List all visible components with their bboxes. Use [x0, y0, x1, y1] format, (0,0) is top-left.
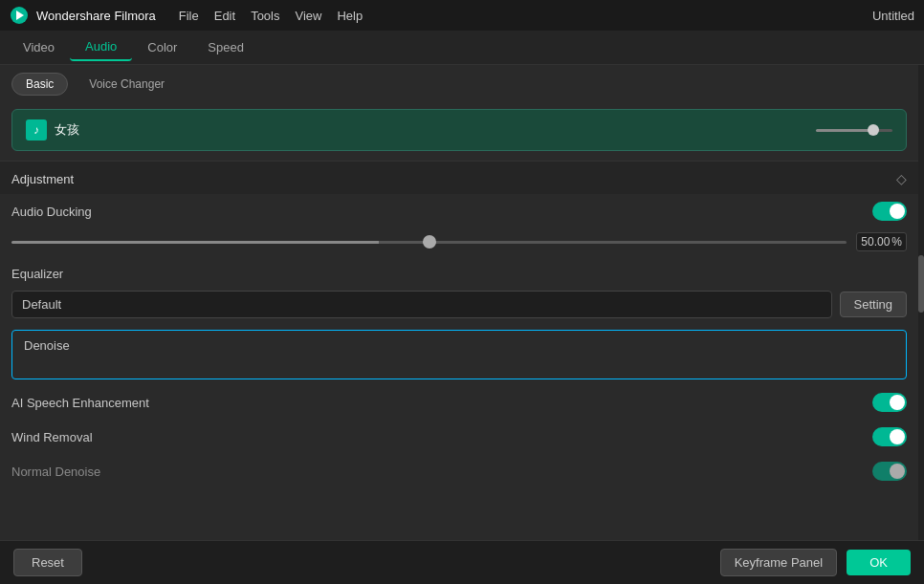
adjustment-title: Adjustment [11, 172, 74, 186]
normal-denoise-row: Normal Denoise [0, 454, 918, 488]
audio-ducking-toggle[interactable] [872, 202, 907, 221]
ok-button[interactable]: OK [847, 550, 911, 575]
normal-denoise-toggle[interactable] [872, 462, 907, 481]
equalizer-label: Equalizer [11, 267, 63, 281]
tab-color[interactable]: Color [132, 34, 192, 60]
audio-ducking-value-box: 50.00 % [856, 232, 907, 251]
menu-bar: File Edit Tools View Help [179, 9, 363, 23]
ai-speech-toggle[interactable] [872, 393, 907, 412]
scroll-thumb[interactable] [918, 255, 924, 313]
scroll-track[interactable] [918, 65, 924, 540]
audio-ducking-unit: % [891, 235, 902, 249]
menu-file[interactable]: File [179, 9, 199, 23]
wind-removal-toggle[interactable] [872, 427, 907, 446]
audio-ducking-slider-row: 50.00 % [0, 228, 918, 259]
subtab-basic[interactable]: Basic [11, 73, 68, 96]
main-tabs: Video Audio Color Speed [0, 31, 924, 65]
ai-speech-label: AI Speech Enhancement [11, 396, 149, 410]
voice-slider[interactable] [816, 129, 892, 132]
window-title: Untitled [872, 9, 914, 23]
menu-edit[interactable]: Edit [214, 9, 235, 23]
audio-ducking-value: 50.00 [861, 235, 890, 249]
equalizer-row: Default Custom Flat Rock Pop Classical J… [0, 285, 918, 324]
menu-view[interactable]: View [295, 9, 321, 23]
bottom-right: Keyframe Panel OK [720, 549, 911, 576]
title-bar: Wondershare Filmora File Edit Tools View… [0, 0, 924, 31]
tab-audio[interactable]: Audio [70, 33, 132, 61]
normal-denoise-label: Normal Denoise [11, 465, 100, 479]
denoise-box: Denoise [11, 330, 907, 379]
voice-changer-card: ♪ 女孩 [11, 109, 907, 151]
equalizer-select[interactable]: Default Custom Flat Rock Pop Classical J… [11, 291, 832, 318]
voice-slider-container [816, 129, 892, 132]
setting-button[interactable]: Setting [840, 292, 907, 317]
reset-button[interactable]: Reset [13, 549, 82, 576]
adjustment-section-header: Adjustment ◇ [0, 161, 918, 194]
tab-video[interactable]: Video [8, 34, 70, 60]
equalizer-label-row: Equalizer [0, 259, 918, 285]
bottom-bar: Reset Keyframe Panel OK [0, 540, 924, 584]
denoise-label: Denoise [24, 338, 70, 353]
tab-speed[interactable]: Speed [192, 34, 259, 60]
app-logo-icon [10, 6, 29, 25]
music-icon: ♪ [26, 119, 47, 141]
wind-removal-label: Wind Removal [11, 430, 93, 444]
sub-tabs: Basic Voice Changer [0, 65, 918, 103]
diamond-icon: ◇ [896, 171, 907, 186]
content-area: Basic Voice Changer ♪ 女孩 Adjustment ◇ Au… [0, 65, 924, 540]
menu-tools[interactable]: Tools [251, 9, 279, 23]
voice-label: 女孩 [55, 121, 79, 139]
wind-removal-row: Wind Removal [0, 420, 918, 454]
title-bar-left: Wondershare Filmora File Edit Tools View… [10, 6, 363, 25]
keyframe-panel-button[interactable]: Keyframe Panel [720, 549, 838, 576]
voice-changer-left: ♪ 女孩 [26, 119, 79, 141]
subtab-voice-changer[interactable]: Voice Changer [76, 74, 178, 95]
audio-ducking-row: Audio Ducking [0, 194, 918, 228]
main-panel: Basic Voice Changer ♪ 女孩 Adjustment ◇ Au… [0, 65, 918, 540]
audio-ducking-slider[interactable] [11, 241, 847, 244]
app-name: Wondershare Filmora [36, 9, 156, 23]
audio-ducking-label: Audio Ducking [11, 205, 92, 219]
ai-speech-row: AI Speech Enhancement [0, 385, 918, 420]
menu-help[interactable]: Help [337, 9, 363, 23]
